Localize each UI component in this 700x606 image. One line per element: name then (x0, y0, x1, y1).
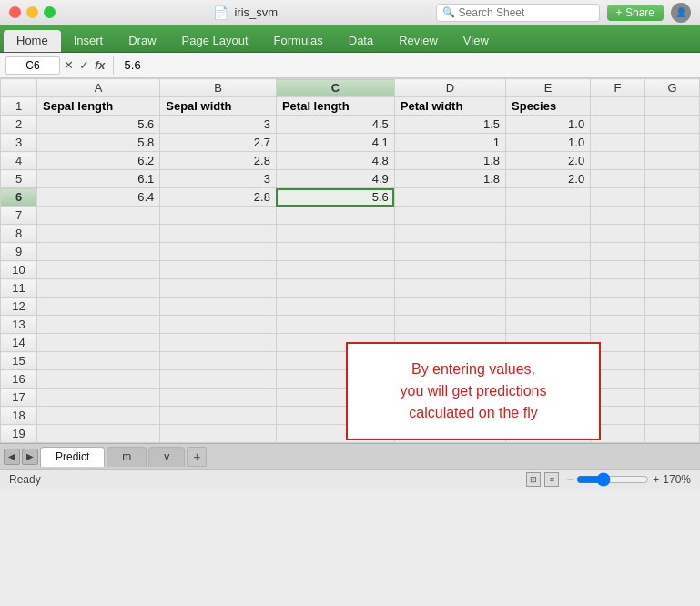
cell-g3[interactable] (645, 134, 700, 152)
cell-e6[interactable] (506, 188, 591, 207)
cell-e11[interactable] (506, 279, 591, 298)
tab-home[interactable]: Home (4, 30, 61, 52)
cell-d12[interactable] (394, 298, 505, 316)
zoom-out-icon[interactable]: − (566, 473, 573, 486)
cell-e10[interactable] (506, 261, 591, 279)
tab-page-layout[interactable]: Page Layout (169, 30, 261, 52)
cell-b15[interactable] (160, 352, 277, 370)
cell-a19[interactable] (37, 425, 160, 443)
row-header-6[interactable]: 6 (1, 188, 37, 207)
cell-e5[interactable]: 2.0 (506, 170, 591, 188)
minimize-button[interactable] (26, 6, 38, 18)
cell-a17[interactable] (37, 389, 160, 407)
cell-e12[interactable] (506, 298, 591, 316)
col-header-e[interactable]: E (506, 79, 591, 97)
cell-a8[interactable] (37, 225, 160, 243)
cell-a3[interactable]: 5.8 (37, 134, 160, 152)
cell-g12[interactable] (645, 298, 700, 316)
cell-e8[interactable] (506, 225, 591, 243)
cell-g5[interactable] (645, 170, 700, 188)
row-header-10[interactable]: 10 (1, 261, 37, 279)
cell-e7[interactable] (506, 207, 591, 225)
cell-c7[interactable] (276, 207, 394, 225)
cell-c12[interactable] (276, 298, 394, 316)
cell-g6[interactable] (645, 188, 700, 207)
cell-c9[interactable] (276, 243, 394, 261)
maximize-button[interactable] (44, 6, 56, 18)
cell-e2[interactable]: 1.0 (506, 116, 591, 134)
cell-c5[interactable]: 4.9 (276, 170, 394, 188)
cell-c4[interactable]: 4.8 (276, 152, 394, 170)
cell-b17[interactable] (160, 389, 277, 407)
cell-e13[interactable] (506, 316, 591, 334)
cell-b8[interactable] (160, 225, 277, 243)
cell-a10[interactable] (37, 261, 160, 279)
zoom-in-icon[interactable]: + (653, 473, 659, 486)
tab-view[interactable]: View (451, 30, 502, 52)
zoom-slider[interactable] (576, 472, 649, 487)
row-header-18[interactable]: 18 (1, 407, 37, 425)
next-sheet-button[interactable]: ▶ (22, 449, 38, 465)
cell-f2[interactable] (591, 116, 645, 134)
cell-f5[interactable] (591, 170, 645, 188)
tab-review[interactable]: Review (386, 30, 451, 52)
cell-d7[interactable] (394, 207, 505, 225)
col-header-b[interactable]: B (160, 79, 277, 97)
tab-data[interactable]: Data (336, 30, 386, 52)
cell-b16[interactable] (160, 370, 277, 389)
cell-a9[interactable] (37, 243, 160, 261)
cell-d11[interactable] (394, 279, 505, 298)
cell-a7[interactable] (37, 207, 160, 225)
row-header-15[interactable]: 15 (1, 352, 37, 370)
cell-a15[interactable] (37, 352, 160, 370)
sheet-tab-predict[interactable]: Predict (40, 447, 105, 467)
cell-a16[interactable] (37, 370, 160, 389)
cell-b3[interactable]: 2.7 (160, 134, 277, 152)
row-header-14[interactable]: 14 (1, 334, 37, 352)
cell-f9[interactable] (591, 243, 645, 261)
cell-d13[interactable] (394, 316, 505, 334)
cell-b12[interactable] (160, 298, 277, 316)
cell-b6[interactable]: 2.8 (160, 188, 277, 207)
col-header-f[interactable]: F (591, 79, 645, 97)
col-header-a[interactable]: A (37, 79, 160, 97)
cell-g7[interactable] (645, 207, 700, 225)
cell-f8[interactable] (591, 225, 645, 243)
cell-c8[interactable] (276, 225, 394, 243)
cell-g17[interactable] (645, 389, 700, 407)
cell-a13[interactable] (37, 316, 160, 334)
cell-b13[interactable] (160, 316, 277, 334)
cell-g8[interactable] (645, 225, 700, 243)
cell-f1[interactable] (591, 97, 645, 116)
cell-a6[interactable]: 6.4 (37, 188, 160, 207)
cell-d4[interactable]: 1.8 (394, 152, 505, 170)
prev-sheet-button[interactable]: ◀ (4, 449, 20, 465)
cell-b4[interactable]: 2.8 (160, 152, 277, 170)
cell-a5[interactable]: 6.1 (37, 170, 160, 188)
cell-b9[interactable] (160, 243, 277, 261)
cell-c6[interactable]: 5.6 (276, 188, 394, 207)
cell-d8[interactable] (394, 225, 505, 243)
cell-g13[interactable] (645, 316, 700, 334)
row-header-3[interactable]: 3 (1, 134, 37, 152)
cell-b2[interactable]: 3 (160, 116, 277, 134)
add-sheet-button[interactable]: + (187, 447, 207, 467)
cell-d2[interactable]: 1.5 (394, 116, 505, 134)
cell-e1[interactable]: Species (506, 97, 591, 116)
cell-c2[interactable]: 4.5 (276, 116, 394, 134)
cell-a4[interactable]: 6.2 (37, 152, 160, 170)
tab-insert[interactable]: Insert (61, 30, 117, 52)
tab-draw[interactable]: Draw (116, 30, 168, 52)
cell-f6[interactable] (591, 188, 645, 207)
row-header-5[interactable]: 5 (1, 170, 37, 188)
cell-d10[interactable] (394, 261, 505, 279)
formula-input[interactable] (121, 58, 695, 72)
row-header-7[interactable]: 7 (1, 207, 37, 225)
cell-b7[interactable] (160, 207, 277, 225)
row-header-4[interactable]: 4 (1, 152, 37, 170)
row-header-16[interactable]: 16 (1, 370, 37, 389)
cell-b5[interactable]: 3 (160, 170, 277, 188)
search-box[interactable]: 🔍 (436, 4, 600, 22)
sheet-tab-v[interactable]: v (148, 447, 185, 467)
row-header-17[interactable]: 17 (1, 389, 37, 407)
